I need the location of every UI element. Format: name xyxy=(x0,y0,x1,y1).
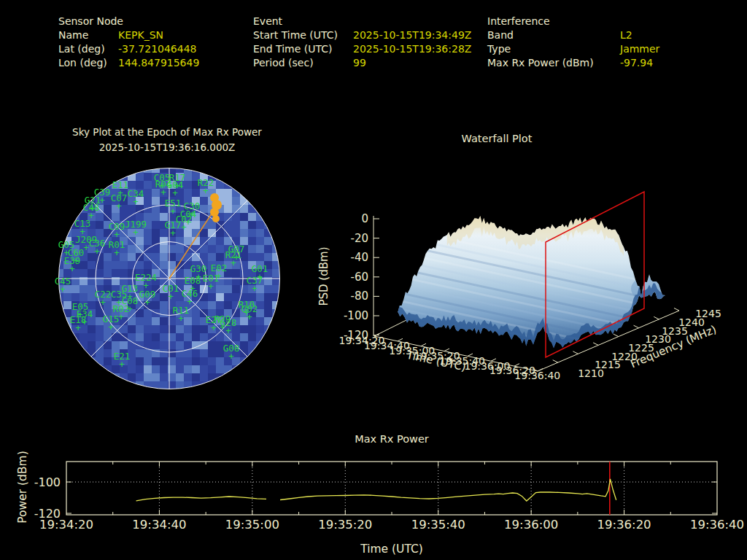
heatmap-cell xyxy=(192,317,200,325)
interference-power-row: Max Rx Power (dBm) -97.94 xyxy=(487,57,594,69)
heatmap-cell xyxy=(80,269,88,277)
satellite-marker: + xyxy=(208,281,214,292)
heatmap-cell xyxy=(280,285,288,293)
heatmap-cell xyxy=(63,221,71,229)
heatmap-cell xyxy=(152,237,160,245)
heatmap-cell xyxy=(264,325,272,333)
satellite-marker: + xyxy=(75,322,81,333)
heatmap-cell xyxy=(88,341,96,349)
x-tick-label: 19:35:20 xyxy=(318,518,372,532)
heatmap-cell xyxy=(152,253,160,261)
heatmap-cell xyxy=(216,285,224,293)
heatmap-cell xyxy=(192,365,200,373)
heatmap-cell xyxy=(184,317,192,325)
event-end-row: End Time (UTC) 2025-10-15T19:36:28Z xyxy=(253,43,332,55)
event-period-value: 99 xyxy=(353,57,366,69)
x-tick-label: 19:36:40 xyxy=(690,518,744,532)
satellite-marker: + xyxy=(94,246,100,257)
event-start-label: Start Time (UTC) xyxy=(253,29,338,41)
heatmap-cell xyxy=(160,357,168,365)
heatmap-cell xyxy=(160,261,168,269)
heatmap-cell xyxy=(176,245,184,253)
sensor-node-panel: Sensor Node Name KEPK_SN Lat (deg) -37.7… xyxy=(58,15,248,71)
heatmap-cell xyxy=(272,269,280,277)
heatmap-cell xyxy=(176,365,184,373)
heatmap-cell xyxy=(192,357,200,365)
heatmap-cell xyxy=(136,373,144,381)
sky-plot-title: Sky Plot at the Epoch of Max Rx Power xyxy=(72,126,262,138)
heatmap-cell xyxy=(152,221,160,229)
heatmap-cell xyxy=(232,333,240,341)
heatmap-cell xyxy=(136,349,144,357)
heatmap-cell xyxy=(160,245,168,253)
heatmap-cell xyxy=(200,325,208,333)
heatmap-cell xyxy=(280,269,288,277)
frequency-tick-label: 1245 xyxy=(695,308,721,319)
heatmap-cell xyxy=(104,357,112,365)
sky-plot: Sky Plot at the Epoch of Max Rx Power202… xyxy=(0,117,314,416)
heatmap-cell xyxy=(208,341,216,349)
heatmap-cell xyxy=(200,165,208,173)
heatmap-cell xyxy=(184,341,192,349)
satellite-marker: + xyxy=(252,283,258,294)
heatmap-cell xyxy=(112,269,120,277)
heatmap-cell xyxy=(88,357,96,365)
heatmap-cell xyxy=(192,189,200,197)
heatmap-cell xyxy=(160,309,168,317)
heatmap-cell xyxy=(128,261,136,269)
heatmap-cell xyxy=(256,221,264,229)
satellite-marker: + xyxy=(170,228,176,238)
event-start-row: Start Time (UTC) 2025-10-15T19:34:49Z xyxy=(253,29,338,41)
heatmap-cell xyxy=(88,269,96,277)
sensor-name-label: Name xyxy=(58,29,88,41)
heatmap-cell xyxy=(264,237,272,245)
heatmap-cell xyxy=(128,325,136,333)
heatmap-cell xyxy=(152,325,160,333)
heatmap-cell xyxy=(176,357,184,365)
heatmap-cell xyxy=(248,229,256,237)
satellite-marker: + xyxy=(228,351,234,362)
heatmap-cell xyxy=(240,189,248,197)
heatmap-cell xyxy=(184,333,192,341)
heatmap-cell xyxy=(232,229,240,237)
heatmap-cell xyxy=(160,237,168,245)
heatmap-cell xyxy=(200,205,208,213)
satellite-marker: + xyxy=(203,185,209,196)
heatmap-cell xyxy=(184,189,192,197)
heatmap-cell xyxy=(71,285,80,293)
heatmap-cell xyxy=(136,173,144,181)
heatmap-cell xyxy=(184,373,192,381)
event-period-label: Period (sec) xyxy=(253,57,314,69)
heatmap-cell xyxy=(71,341,80,349)
heatmap-cell xyxy=(128,365,136,373)
waterfall-title: Waterfall Plot xyxy=(462,133,533,144)
psd-tick-label: -20 xyxy=(351,232,369,245)
heatmap-cell xyxy=(176,341,184,349)
heatmap-cell xyxy=(216,301,224,309)
heatmap-cell xyxy=(128,373,136,381)
heatmap-cell xyxy=(232,221,240,229)
heatmap-cell xyxy=(200,301,208,309)
heatmap-cell xyxy=(152,373,160,381)
heatmap-cell xyxy=(264,221,272,229)
heatmap-cell xyxy=(240,333,248,341)
heatmap-cell xyxy=(120,341,128,349)
psd-tick-label: -80 xyxy=(351,289,369,303)
heatmap-cell xyxy=(152,341,160,349)
sensor-node-title: Sensor Node xyxy=(58,15,123,27)
heatmap-cell xyxy=(144,173,152,181)
heatmap-cell xyxy=(232,269,240,277)
interference-power-label: Max Rx Power (dBm) xyxy=(487,57,594,69)
heatmap-cell xyxy=(248,213,256,221)
heatmap-cell xyxy=(264,333,272,341)
psd-axis-title: PSD (dBm) xyxy=(317,246,330,306)
frequency-tick xyxy=(634,325,639,328)
heatmap-cell xyxy=(240,213,248,221)
heatmap-cell xyxy=(104,253,112,261)
satellite-marker: + xyxy=(108,322,114,332)
heatmap-cell xyxy=(136,357,144,365)
heatmap-cell xyxy=(224,205,232,213)
heatmap-cell xyxy=(112,373,120,381)
heatmap-cell xyxy=(136,237,144,245)
heatmap-cell xyxy=(176,349,184,357)
